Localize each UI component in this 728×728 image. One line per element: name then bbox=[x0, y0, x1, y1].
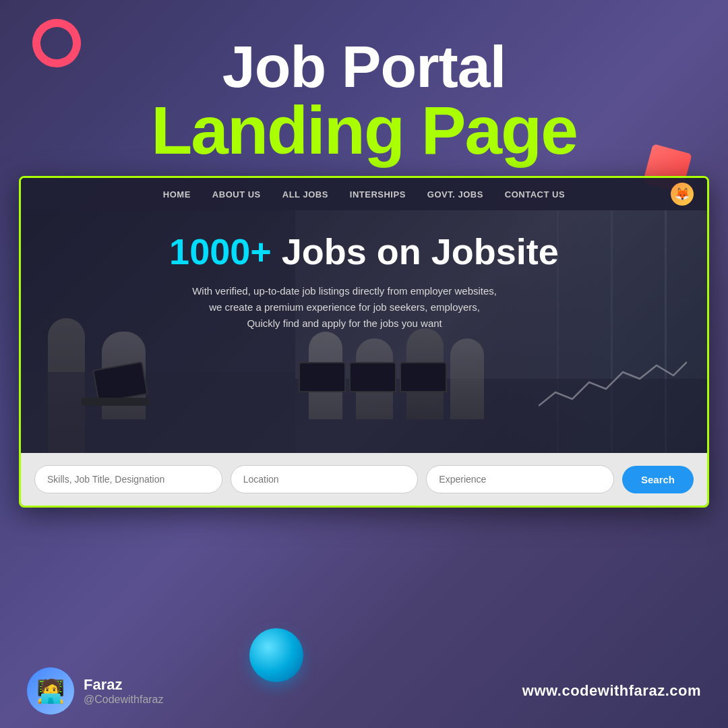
footer: 🧑‍💻 Faraz @Codewithfaraz www.codewithfar… bbox=[0, 654, 728, 728]
hero-title-rest: Jobs on Jobsite bbox=[282, 231, 559, 272]
author-avatar: 🧑‍💻 bbox=[27, 667, 74, 715]
hero-description: With verified, up-to-date job listings d… bbox=[169, 283, 520, 332]
title-line2: Landing Page bbox=[0, 96, 728, 164]
author-text: Faraz @Codewithfaraz bbox=[84, 676, 164, 706]
nav-home[interactable]: HOME bbox=[163, 189, 191, 200]
nav-internships[interactable]: INTERSHIPS bbox=[350, 189, 406, 200]
search-section: Search bbox=[21, 453, 707, 506]
author-handle: @Codewithfaraz bbox=[84, 694, 164, 706]
nav-contact[interactable]: CONTACT US bbox=[505, 189, 565, 200]
nav-about[interactable]: ABOUT US bbox=[212, 189, 261, 200]
author-name: Faraz bbox=[84, 676, 164, 694]
experience-input[interactable] bbox=[426, 465, 614, 493]
title-section: Job Portal Landing Page bbox=[0, 0, 728, 164]
hero-count: 1000+ bbox=[169, 231, 272, 272]
author-info: 🧑‍💻 Faraz @Codewithfaraz bbox=[27, 667, 164, 715]
location-input[interactable] bbox=[231, 465, 419, 493]
hero-section: 1000+ Jobs on Jobsite With verified, up-… bbox=[21, 210, 707, 453]
hero-title: 1000+ Jobs on Jobsite bbox=[169, 231, 559, 272]
search-button[interactable]: Search bbox=[622, 466, 694, 493]
hero-content: 1000+ Jobs on Jobsite With verified, up-… bbox=[169, 231, 559, 332]
nav-govt-jobs[interactable]: GOVT. JOBS bbox=[427, 189, 483, 200]
skills-input[interactable] bbox=[34, 465, 222, 493]
website-url: www.codewithfaraz.com bbox=[522, 682, 701, 700]
nav-all-jobs[interactable]: ALL JOBS bbox=[282, 189, 328, 200]
navbar: HOME ABOUT US ALL JOBS INTERSHIPS GOVT. … bbox=[21, 178, 707, 210]
browser-mockup: HOME ABOUT US ALL JOBS INTERSHIPS GOVT. … bbox=[19, 176, 709, 508]
nav-avatar[interactable]: 🦊 bbox=[671, 183, 694, 206]
title-line1: Job Portal bbox=[0, 37, 728, 96]
